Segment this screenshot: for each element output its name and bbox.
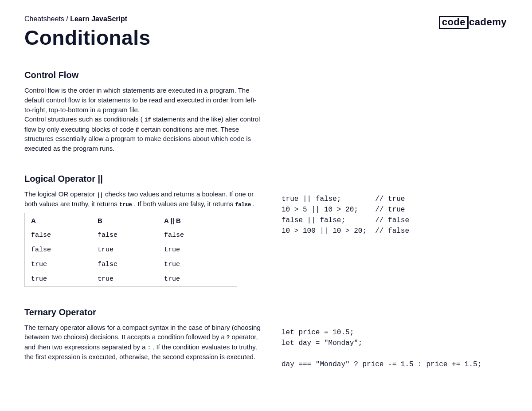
breadcrumb-current[interactable]: Learn JavaScript <box>70 15 127 23</box>
breadcrumb: Cheatsheets / Learn JavaScript <box>24 15 508 23</box>
para1: Control flow is the order in which state… <box>24 86 257 114</box>
table-header-cell: A || B <box>164 217 231 224</box>
section-heading: Control Flow <box>24 70 508 80</box>
breadcrumb-parent[interactable]: Cheatsheets <box>24 15 64 23</box>
section-control-flow: Control Flow Control flow is the order i… <box>24 70 508 153</box>
logo-boxed: code <box>439 16 469 29</box>
table-row: false false false <box>25 228 237 243</box>
page-title: Conditionals <box>24 26 508 50</box>
code-block-or: true || false; // true 10 > 5 || 10 > 20… <box>282 194 508 236</box>
table-row: false true true <box>25 243 237 257</box>
breadcrumb-separator: / <box>64 15 70 23</box>
section-ternary: Ternary Operator The ternary operator al… <box>24 307 508 370</box>
brand-logo: codecademy <box>439 16 508 29</box>
table-row: true false true <box>25 257 237 272</box>
code-block-ternary: let price = 10.5; let day = "Monday"; da… <box>282 327 508 370</box>
inline-code-colon: : <box>148 345 151 351</box>
table-row: true true true <box>25 272 237 286</box>
inline-code-false: false <box>235 202 251 208</box>
section-body: The ternary operator allows for a compac… <box>24 323 264 362</box>
section-heading: Ternary Operator <box>24 307 508 317</box>
inline-code-or: || <box>97 192 103 198</box>
section-heading: Logical Operator || <box>24 174 508 184</box>
inline-code-true: true <box>119 202 132 208</box>
inline-code-if: if <box>145 117 151 123</box>
truth-table: A B A || B false false false false true … <box>24 213 237 287</box>
table-header-cell: B <box>98 217 164 224</box>
table-header-cell: A <box>31 217 98 224</box>
logo-plain: cademy <box>468 17 508 28</box>
section-body: The logical OR operator || checks two va… <box>24 189 264 209</box>
section-body: Control flow is the order in which state… <box>24 86 264 153</box>
para2a: Control structures such as conditionals … <box>24 115 145 123</box>
section-logical-or: Logical Operator || The logical OR opera… <box>24 174 508 287</box>
table-header-row: A B A || B <box>25 213 237 228</box>
